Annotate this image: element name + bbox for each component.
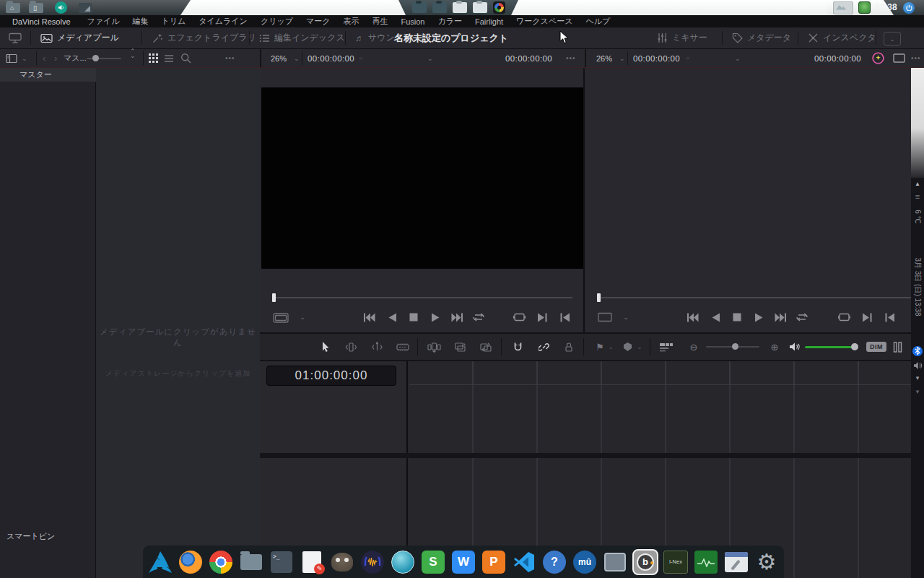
marker-chevron[interactable]: ⌄ (635, 336, 644, 358)
insert-clip-button[interactable] (424, 336, 443, 358)
search-button[interactable] (180, 49, 191, 67)
list-view-button[interactable] (164, 49, 174, 67)
documents-folder-icon[interactable]: ▯ (27, 1, 45, 14)
rail-up-arrow[interactable]: ▲ (911, 181, 924, 187)
tl-first-frame-button[interactable] (684, 309, 700, 325)
window-button-4[interactable] (473, 2, 487, 13)
dynamic-trim-button[interactable] (367, 336, 386, 358)
power-button[interactable] (902, 1, 915, 14)
menu-file[interactable]: ファイル (81, 16, 126, 27)
menu-timeline[interactable]: タイムライン (192, 16, 254, 27)
tl-stop-button[interactable] (729, 309, 745, 325)
timeline-zoom-chevron[interactable]: ⌄ (619, 49, 625, 67)
tl-last-frame-button[interactable] (772, 309, 788, 325)
source-zoom-select[interactable]: 26% (271, 49, 287, 67)
source-clip-mode-button[interactable] (270, 309, 292, 325)
sort-order-button[interactable]: ⌃ ⌄ (130, 49, 136, 67)
rail-down-arrow[interactable]: ▼ (911, 389, 924, 395)
audacity-icon[interactable] (359, 548, 386, 575)
timeline-mode-chevron[interactable]: ⌄ (618, 309, 634, 325)
window-button-1[interactable] (412, 2, 427, 13)
timeline-ruler[interactable] (409, 361, 924, 385)
globe-app-icon[interactable] (390, 548, 417, 575)
musescore-icon[interactable]: mû (572, 548, 598, 575)
marker-button[interactable] (618, 336, 637, 358)
menu-view[interactable]: 表示 (336, 16, 365, 27)
tl-loop-button[interactable] (794, 309, 810, 325)
link-clips-button[interactable] (534, 336, 553, 358)
trim-edit-mode-button[interactable] (341, 336, 360, 358)
thumbnail-size-slider[interactable] (87, 49, 121, 67)
tl-next-edit-button[interactable] (859, 309, 875, 325)
capture-still-button[interactable] (9, 27, 22, 48)
timeline-zoom-select[interactable]: 26% (596, 49, 612, 67)
menu-color[interactable]: カラー (431, 16, 468, 27)
tl-play-button[interactable] (751, 309, 767, 325)
snapping-button[interactable] (508, 336, 527, 358)
video-track-area[interactable] (409, 385, 924, 453)
next-edit-button[interactable] (534, 309, 550, 325)
position-lock-button[interactable] (559, 336, 578, 358)
menu-fairlight[interactable]: Fairlight (468, 17, 510, 26)
rail-volume-indicator[interactable] (911, 360, 924, 373)
nav-forward-button[interactable]: › (54, 49, 57, 67)
s-app-icon[interactable]: S (420, 548, 447, 575)
timeline-mode-button[interactable] (595, 309, 615, 325)
updates-tray-icon[interactable] (858, 1, 871, 14)
mixer-toggle[interactable]: ミキサー (657, 27, 707, 48)
inspector-toggle[interactable]: インスペクタ (808, 27, 876, 48)
b-app-icon[interactable]: b (632, 548, 659, 575)
dim-button[interactable]: DIM (866, 342, 886, 352)
davinci-resolve-taskbar-icon[interactable] (493, 1, 505, 14)
timeline-viewer-options-button[interactable]: ••• (911, 49, 921, 67)
collapse-panel-button[interactable]: ⌄ (884, 32, 901, 46)
bin-name-label[interactable]: マス... (64, 49, 87, 67)
window-settings-icon[interactable] (723, 548, 750, 575)
source-clip-dropdown[interactable]: ⌄ (427, 49, 433, 67)
timeline-view-options-button[interactable] (657, 336, 676, 358)
source-zoom-chevron[interactable]: ⌄ (294, 49, 300, 67)
firefox-icon[interactable] (178, 548, 204, 575)
loop-button[interactable] (471, 309, 487, 325)
menu-playback[interactable]: 再生 (365, 16, 394, 27)
tl-loop-range-button[interactable] (836, 309, 852, 325)
rail-small-chevron[interactable]: ▾ (911, 374, 924, 381)
menu-trim[interactable]: トリム (155, 16, 193, 27)
source-video-area[interactable] (261, 87, 583, 269)
window-button-3[interactable] (453, 2, 467, 13)
grid-view-button[interactable] (149, 49, 158, 67)
wps-writer-icon[interactable]: W (450, 548, 477, 575)
help-viewer-icon[interactable]: ? (541, 548, 568, 575)
volume-tray-icon[interactable] (51, 1, 70, 14)
screenshot-tool-icon[interactable] (602, 548, 629, 575)
nav-back-button[interactable]: ‹ (43, 49, 45, 67)
replace-clip-button[interactable] (476, 336, 495, 358)
effects-library-toggle[interactable]: エフェクトライブラリ (152, 27, 256, 48)
zoom-out-button[interactable]: ⊖ (684, 336, 703, 358)
timeline-zoom-slider[interactable] (706, 346, 759, 348)
terminal-icon[interactable]: >_ (269, 548, 295, 575)
stop-button[interactable] (406, 309, 422, 325)
rail-handle-icon[interactable]: ≡ (911, 192, 924, 201)
chrome-icon[interactable] (208, 548, 235, 575)
tl-play-reverse-button[interactable] (707, 309, 723, 325)
i-nex-icon[interactable]: I-Nex (663, 548, 689, 575)
wps-presentation-icon[interactable]: P (481, 548, 507, 575)
image-viewer-tray-icon[interactable] (832, 1, 855, 14)
flag-chevron[interactable]: ⌄ (606, 336, 615, 358)
edit-index-toggle[interactable]: 編集インデックス (259, 27, 345, 48)
timeline-viewer-scrubber[interactable] (597, 297, 913, 298)
tl-prev-edit-button[interactable] (882, 309, 898, 325)
menu-help[interactable]: ヘルプ (579, 16, 616, 27)
bin-view-button[interactable] (6, 49, 17, 67)
metadata-toggle[interactable]: メタデータ (732, 27, 791, 48)
bin-master-row[interactable]: マスター (0, 68, 96, 82)
play-reverse-button[interactable] (384, 309, 400, 325)
zoom-in-button[interactable]: ⊕ (765, 336, 784, 358)
enhance-button[interactable] (872, 49, 884, 67)
screenshot-tray-icon[interactable] (76, 1, 95, 14)
media-pool-toggle[interactable]: メディアプール (40, 27, 119, 48)
fullscreen-button[interactable] (893, 49, 905, 67)
source-options-button[interactable]: ••• (566, 49, 576, 67)
smart-bins-section[interactable]: スマートビン (6, 531, 55, 542)
